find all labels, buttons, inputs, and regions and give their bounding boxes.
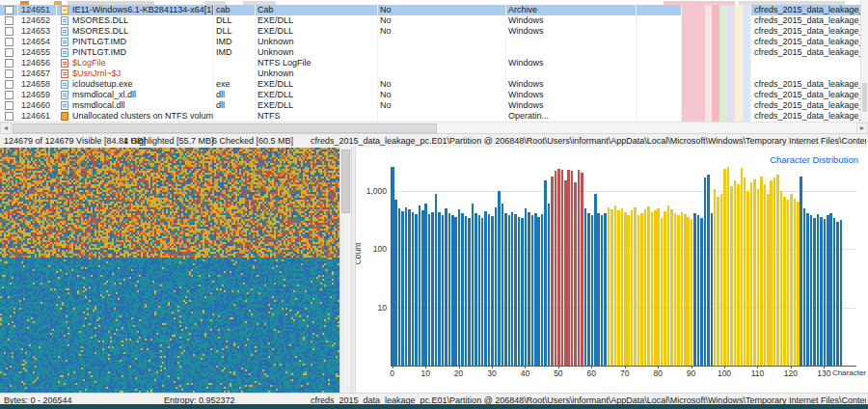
histogram-bar — [601, 215, 604, 366]
flag-strip — [705, 68, 712, 79]
extension-cell: dll — [214, 100, 256, 111]
histogram-bar — [687, 217, 690, 366]
spacer-cell — [637, 58, 682, 68]
checkbox-cell — [0, 26, 18, 37]
histogram-bar — [824, 219, 827, 366]
flag-strip — [712, 68, 719, 79]
histogram-bar — [707, 175, 710, 366]
flag-strip — [727, 47, 735, 58]
histogram-bar — [557, 169, 560, 366]
table-row[interactable]: 124659msmdlocal_xl.dlldllEXE/DLLNoWindow… — [0, 90, 868, 100]
flag-strips-cell — [682, 58, 751, 68]
mismatch-cell: No — [378, 79, 506, 90]
histogram-bar — [502, 204, 504, 366]
icon-cell — [57, 90, 72, 100]
histogram-bar — [767, 194, 770, 366]
scrollbar-thumb[interactable] — [13, 123, 437, 133]
table-row[interactable]: 124660msmdlocal.dlldllEXE/DLLNoWindowscf… — [0, 100, 868, 111]
row-checkbox[interactable] — [5, 16, 14, 25]
flag-strip — [682, 58, 705, 68]
byte-plot-scrollbar[interactable] — [339, 148, 351, 393]
table-row[interactable]: 124657$UsnJrnl~$JUnknown — [0, 68, 868, 79]
histogram-bar — [794, 199, 797, 366]
flag-strip — [727, 58, 735, 68]
spacer-cell — [637, 100, 682, 111]
flag-strip — [682, 111, 705, 122]
histogram-bar — [488, 214, 491, 366]
histogram-bar — [401, 211, 404, 366]
table-row[interactable]: 124652MSORES.DLLDLLEXE/DLLNoWindowscfred… — [0, 15, 868, 26]
spacer-cell — [637, 5, 682, 15]
bottom-strip — [0, 404, 868, 409]
row-checkbox[interactable] — [5, 69, 14, 78]
flag-strip — [743, 90, 750, 100]
histogram-bar — [681, 212, 684, 366]
row-number-cell: 124660 — [18, 100, 57, 111]
byte-plot[interactable] — [0, 148, 339, 393]
histogram-bar — [744, 177, 746, 366]
flag-strip — [719, 58, 727, 68]
histogram-bar — [597, 213, 600, 366]
row-checkbox[interactable] — [5, 6, 14, 14]
table-row[interactable]: 124654PINTLGT.IMDIMDUnknowncfreds_2015_d… — [0, 37, 868, 47]
table-row[interactable]: 124656$LogFileNTFS LogFileWindows — [0, 58, 868, 68]
flag-strip — [705, 5, 712, 15]
histogram-bar — [776, 175, 779, 366]
histogram-bar — [697, 215, 700, 366]
row-checkbox[interactable] — [5, 59, 14, 68]
flag-strip — [705, 90, 712, 100]
histogram-bar — [531, 215, 534, 366]
table-row[interactable]: 124655PINTLGT.IMDIMDUnknowncfreds_2015_d… — [0, 47, 868, 58]
row-checkbox[interactable] — [5, 48, 14, 57]
file-icon — [61, 38, 68, 46]
x-tick-label: 90 — [682, 368, 701, 378]
icon-cell — [57, 37, 72, 47]
clipped-row — [0, 0, 868, 5]
histogram-bar — [448, 213, 451, 366]
icon-cell — [57, 111, 72, 122]
flag-strip — [727, 68, 735, 79]
file-list-vertical-scrollbar[interactable] — [860, 0, 868, 122]
checkbox-cell — [0, 79, 18, 90]
row-checkbox[interactable] — [5, 38, 14, 46]
row-checkbox[interactable] — [5, 101, 14, 110]
x-tick-label: 100 — [715, 368, 734, 378]
table-row[interactable]: 124661Unallocated clusters on NTFS volum… — [0, 111, 868, 122]
flag-strip — [712, 111, 719, 122]
file-icon — [61, 80, 68, 89]
path-cell: cfreds_2015_data_leakage_pc.E01\... — [751, 100, 868, 111]
table-row[interactable]: 124653MSORES.DLLDLLEXE/DLLNoWindowscfred… — [0, 26, 868, 37]
histogram-bar — [810, 215, 813, 366]
table-row[interactable]: 124651IE11-Windows6.1-KB2841134-x64[1].c… — [0, 5, 868, 15]
attribute-cell — [506, 68, 637, 79]
row-checkbox[interactable] — [5, 112, 14, 121]
flag-strip — [743, 100, 750, 111]
row-checkbox[interactable] — [5, 80, 14, 89]
histogram-bar — [610, 209, 613, 366]
histogram-bar — [711, 213, 714, 366]
file-type-cell: EXE/DLL — [256, 79, 378, 90]
path-cell: cfreds_2015_data_leakage_pc.E01\... — [751, 5, 868, 15]
row-checkbox[interactable] — [5, 27, 14, 36]
chart-plot — [391, 167, 856, 367]
flag-strip — [743, 47, 750, 58]
histogram-bar — [415, 214, 418, 366]
row-checkbox[interactable] — [5, 91, 14, 99]
histogram-bar — [797, 202, 800, 366]
histogram-bar — [541, 214, 544, 366]
flag-strip — [743, 37, 750, 47]
scrollbar-thumb[interactable] — [862, 83, 867, 112]
flag-strip — [727, 37, 735, 47]
file-name-cell: $LogFile — [72, 58, 214, 68]
file-name-cell: MSORES.DLL — [72, 15, 214, 26]
table-row[interactable]: 124658icloudsetup.exeexeEXE/DLLNoWindows… — [0, 79, 868, 90]
histogram-bar — [790, 194, 793, 366]
flag-strip — [712, 58, 719, 68]
histogram-bar — [741, 168, 744, 366]
histogram-bar — [677, 215, 680, 366]
flag-strip — [705, 100, 712, 111]
histogram-bar — [723, 169, 726, 366]
histogram-bar — [442, 215, 445, 366]
scrollbar-thumb[interactable] — [341, 150, 350, 213]
histogram-bar — [670, 209, 673, 366]
